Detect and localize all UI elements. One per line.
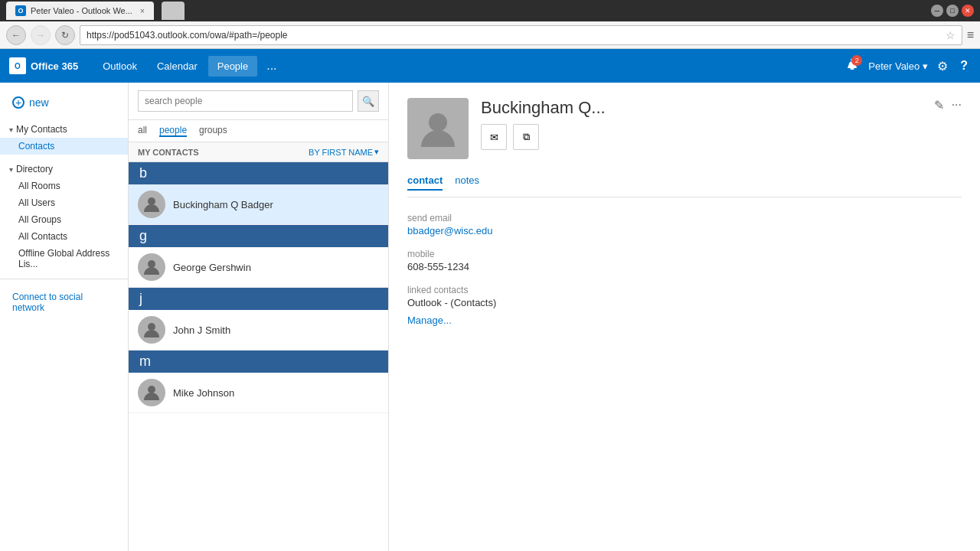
nav-link-more[interactable]: ...: [259, 54, 284, 77]
svg-point-6: [429, 113, 447, 132]
sidebar-item-all-groups[interactable]: All Groups: [0, 211, 128, 228]
sidebar-item-all-contacts[interactable]: All Contacts: [0, 228, 128, 245]
browser-tab[interactable]: O Peter Valeo - Outlook We... ×: [6, 2, 154, 20]
contact-row-john[interactable]: John J Smith: [129, 310, 388, 350]
refresh-button[interactable]: ↻: [55, 25, 75, 45]
directory-label: Directory: [16, 164, 53, 174]
maximize-button[interactable]: □: [946, 5, 959, 17]
detail-header-controls: ✎ ···: [934, 98, 962, 112]
list-header: MY CONTACTS BY FIRST NAME ▾: [129, 142, 388, 162]
sidebar-item-offline-gal[interactable]: Offline Global Address Lis...: [0, 245, 128, 272]
mobile-label: mobile: [407, 249, 962, 259]
filter-tab-all[interactable]: all: [138, 125, 147, 137]
letter-header-g: g: [129, 225, 388, 247]
browser-chrome: O Peter Valeo - Outlook We... × ─ □ ✕ ← …: [0, 0, 980, 49]
minimize-button[interactable]: ─: [931, 5, 943, 17]
email-action-icon: ✉: [490, 132, 498, 143]
mobile-value: 608-555-1234: [407, 261, 962, 272]
sort-chevron-icon: ▾: [374, 147, 379, 157]
detail-contact-info: send email bbadger@wisc.edu mobile 608-5…: [407, 213, 962, 326]
sidebar-item-contacts[interactable]: Contacts: [0, 138, 128, 155]
avatar-george: [138, 253, 165, 281]
star-icon[interactable]: ☆: [946, 29, 956, 41]
svg-point-5: [148, 386, 155, 393]
manage-link[interactable]: Manage...: [407, 315, 962, 326]
back-button[interactable]: ←: [6, 25, 26, 45]
svg-point-3: [148, 260, 155, 268]
nav-link-outlook[interactable]: Outlook: [93, 56, 146, 77]
user-name-button[interactable]: Peter Valeo ▾: [868, 60, 928, 72]
tab-contact[interactable]: contact: [407, 174, 443, 191]
list-header-label: MY CONTACTS: [138, 148, 199, 157]
connect-social-link[interactable]: Connect to social network: [0, 285, 128, 319]
nav-link-people[interactable]: People: [208, 56, 257, 77]
browser-menu-icon[interactable]: ≡: [967, 28, 974, 42]
filter-tab-groups[interactable]: groups: [199, 125, 227, 137]
settings-button[interactable]: ⚙: [934, 56, 951, 77]
send-email-label: send email: [407, 213, 962, 223]
title-bar: O Peter Valeo - Outlook We... × ─ □ ✕: [0, 0, 980, 21]
settings-icon: ⚙: [937, 60, 948, 73]
send-email-value[interactable]: bbadger@wisc.edu: [407, 225, 962, 236]
detail-tabs: contact notes: [407, 174, 962, 197]
office-logo[interactable]: O Office 365: [9, 57, 78, 74]
refresh-icon: ↻: [61, 30, 69, 41]
directory-group-header[interactable]: ▾ Directory: [0, 161, 128, 178]
tab-notes[interactable]: notes: [455, 174, 479, 191]
help-button[interactable]: ?: [957, 56, 971, 76]
tab-favicon: O: [15, 5, 26, 16]
more-options-button[interactable]: ···: [952, 98, 962, 112]
filter-tabs: all people groups: [129, 120, 388, 142]
detail-avatar: [407, 98, 469, 159]
contact-name-buckingham: Buckingham Q Badger: [173, 199, 273, 210]
new-label: new: [29, 96, 49, 109]
user-name-label: Peter Valeo: [868, 60, 920, 72]
avatar-buckingham: [138, 191, 165, 218]
filter-tab-people[interactable]: people: [159, 125, 187, 137]
search-button[interactable]: 🔍: [358, 90, 379, 112]
sidebar-item-all-users[interactable]: All Users: [0, 194, 128, 211]
email-action-button[interactable]: ✉: [481, 124, 507, 150]
svg-point-2: [148, 197, 155, 205]
linked-contacts-value: Outlook - (Contacts): [407, 297, 962, 308]
notification-badge: 2: [851, 55, 862, 66]
contact-items: b Buckingham Q Badger g: [129, 162, 388, 551]
my-contacts-group-header[interactable]: ▾ My Contacts: [0, 121, 128, 138]
app: O Office 365 Outlook Calendar People ...: [0, 49, 980, 551]
search-bar: 🔍: [129, 83, 388, 120]
nav-link-calendar[interactable]: Calendar: [148, 56, 207, 77]
svg-point-4: [148, 323, 155, 331]
nav-links: Outlook Calendar People ...: [93, 54, 284, 77]
contact-row-buckingham[interactable]: Buckingham Q Badger: [129, 184, 388, 225]
tab-empty[interactable]: [162, 2, 185, 20]
edit-button[interactable]: ✎: [934, 98, 944, 112]
directory-section: ▾ Directory All Rooms All Users All Grou…: [0, 161, 128, 272]
tab-close-icon[interactable]: ×: [140, 7, 145, 15]
detail-name-area: Buckingham Q... ✉ ⧉: [481, 98, 922, 150]
close-button[interactable]: ✕: [962, 5, 974, 17]
address-bar[interactable]: https://pod51043.outlook.com/owa/#path=/…: [80, 25, 962, 45]
search-input[interactable]: [138, 90, 353, 112]
sidebar: + new ▾ My Contacts Contacts ▾ Directory: [0, 83, 129, 551]
sidebar-item-all-rooms[interactable]: All Rooms: [0, 178, 128, 194]
avatar-john: [138, 316, 165, 344]
contact-list-area: 🔍 all people groups MY CONTACTS BY FIRST…: [129, 83, 389, 551]
help-icon: ?: [960, 59, 968, 72]
letter-header-m: m: [129, 350, 388, 373]
sort-button[interactable]: BY FIRST NAME ▾: [309, 147, 379, 157]
sidebar-divider: [0, 279, 128, 279]
detail-panel: Buckingham Q... ✉ ⧉ ✎ ···: [389, 83, 980, 551]
tab-title: Peter Valeo - Outlook We...: [31, 6, 132, 15]
letter-header-j: j: [129, 288, 388, 310]
notification-button[interactable]: 2: [842, 55, 862, 77]
forward-icon: →: [36, 30, 45, 41]
address-bar-row: ← → ↻ https://pod51043.outlook.com/owa/#…: [0, 21, 980, 49]
contact-name-george: George Gershwin: [173, 262, 251, 273]
copy-action-button[interactable]: ⧉: [513, 124, 539, 150]
contact-row-george[interactable]: George Gershwin: [129, 247, 388, 288]
new-button[interactable]: + new: [0, 90, 128, 115]
forward-button[interactable]: →: [31, 25, 51, 45]
avatar-mike: [138, 379, 165, 406]
contact-row-mike[interactable]: Mike Johnson: [129, 373, 388, 413]
top-nav: O Office 365 Outlook Calendar People ...: [0, 49, 980, 83]
